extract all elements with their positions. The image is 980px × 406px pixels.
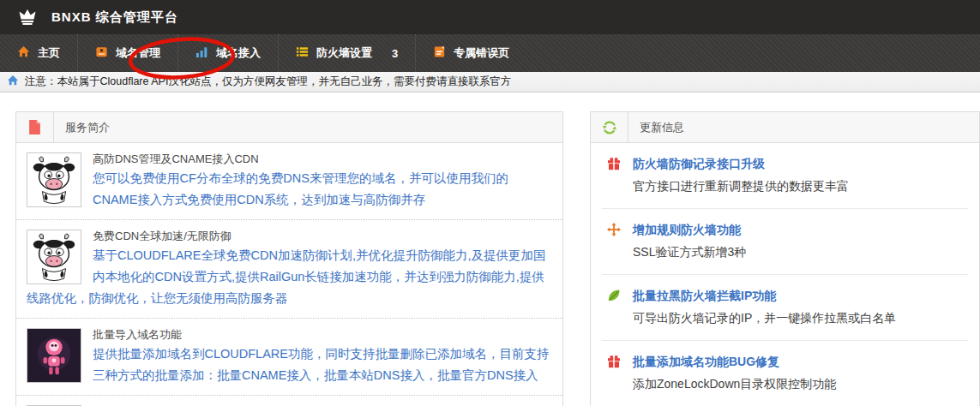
app-title: BNXB 综合管理平台: [51, 9, 178, 26]
update-description: 添加ZoneLockDown目录权限控制功能: [633, 376, 836, 391]
nav-item-home[interactable]: 主页: [0, 34, 77, 72]
updates-panel: 更新信息 防火墙防御记录接口升级 官方接口进行重新调整提供的数据更丰富 增加规则…: [590, 111, 980, 406]
refresh-icon[interactable]: [591, 112, 628, 142]
gift-icon: [607, 355, 621, 368]
nav-label: 专属错误页: [454, 45, 509, 61]
service-item-title: 免费CDN全球加速/无限防御: [27, 228, 550, 245]
service-panel-header: 服务简介: [16, 112, 562, 143]
nav-label: 主页: [38, 45, 60, 61]
leaf-icon: [607, 289, 621, 302]
update-item: 批量拉黑防火墙拦截IP功能 可导出防火墙记录的IP，并一键操作拉黑或白名单: [602, 275, 968, 341]
updates-panel-header: 更新信息: [591, 112, 979, 143]
nav-item-error-page[interactable]: 专属错误页: [415, 34, 526, 72]
update-description: 官方接口进行重新调整提供的数据更丰富: [633, 178, 849, 194]
update-title-link[interactable]: 增加规则防火墙功能: [633, 222, 746, 237]
service-item-title: 批量导入域名功能: [27, 326, 550, 343]
cow-avatar: [27, 230, 81, 284]
service-item: 高防DNS管理及CNAME接入CDN 您可以免费使用CF分布全球的免费DNS来管…: [16, 143, 562, 220]
service-item-description: 基于CLOUDFLARE全球免费CDN加速防御计划,并优化提升防御能力,及提供更…: [27, 245, 550, 309]
update-description: 可导出防火墙记录的IP，并一键操作拉黑或白名单: [633, 310, 896, 325]
notice-bar: 注意：本站属于Cloudflare API汉化站点，仅为方便网友管理，并无自己业…: [0, 72, 980, 93]
move-arrows-icon: [607, 223, 621, 236]
topbar: BNXB 综合管理平台: [0, 0, 980, 34]
service-panel-title: 服务简介: [54, 120, 110, 135]
update-item: 增加规则防火墙功能 SSL验证方式新增3种: [602, 209, 968, 275]
nav-label: 域名管理: [116, 45, 160, 61]
crown-logo-icon: [17, 7, 38, 27]
error-page-icon: [433, 45, 446, 62]
service-item-description: 提供批量添加域名到CLOUDFLARE功能，同时支持批量删除已添加域名，目前支持…: [27, 343, 550, 386]
updates-panel-title: 更新信息: [628, 120, 684, 135]
service-item-title: 高防DNS管理及CNAME接入CDN: [27, 151, 550, 168]
nav-item-domain-manage[interactable]: 域名管理: [77, 34, 177, 72]
service-item: 批量导入域名功能 提供批量添加域名到CLOUDFLARE功能，同时支持批量删除已…: [16, 319, 562, 396]
home-blue-icon: [7, 75, 19, 89]
document-red-icon: [16, 112, 54, 142]
robot-avatar: [27, 328, 81, 383]
update-item: 防火墙防御记录接口升级 官方接口进行重新调整提供的数据更丰富: [602, 143, 968, 209]
nav-item-domain-access[interactable]: 域名接入: [177, 34, 278, 72]
firewall-list-icon: [296, 45, 309, 62]
firewall-count-badge: 3: [392, 47, 398, 60]
home-icon: [17, 45, 30, 62]
update-description: SSL验证方式新增3种: [633, 244, 746, 260]
service-item-truncated: 批量操作防火墙拦截IP功能: [16, 396, 562, 406]
gift-icon: [607, 157, 621, 170]
service-intro-panel: 服务简介 高防DNS管理及CNAME接入CDN 您可以免费使用CF分布全球的免费…: [15, 111, 563, 406]
chart-bars-icon: [195, 45, 208, 62]
nav-label: 防火墙设置: [316, 45, 372, 61]
cow-avatar: [27, 152, 81, 207]
main-nav: 主页 域名管理 域名接入 防火墙设置 3 专属错误页: [0, 34, 980, 72]
domain-manage-icon: [95, 45, 108, 62]
service-item-description: 您可以免费使用CF分布全球的免费DNS来管理您的域名，并可以使用我们的CNAME…: [27, 168, 550, 211]
service-item: 免费CDN全球加速/无限防御 基于CLOUDFLARE全球免费CDN加速防御计划…: [16, 220, 562, 319]
nav-item-firewall-settings[interactable]: 防火墙设置 3: [278, 34, 415, 72]
notice-text: 注意：本站属于Cloudflare API汉化站点，仅为方便网友管理，并无自己业…: [25, 75, 511, 89]
update-item: 批量添加域名功能BUG修复 添加ZoneLockDown目录权限控制功能: [602, 341, 968, 406]
update-title-link[interactable]: 批量拉黑防火墙拦截IP功能: [633, 288, 896, 303]
update-title-link[interactable]: 防火墙防御记录接口升级: [633, 156, 849, 171]
nav-label: 域名接入: [216, 45, 261, 61]
update-title-link[interactable]: 批量添加域名功能BUG修复: [633, 354, 836, 369]
